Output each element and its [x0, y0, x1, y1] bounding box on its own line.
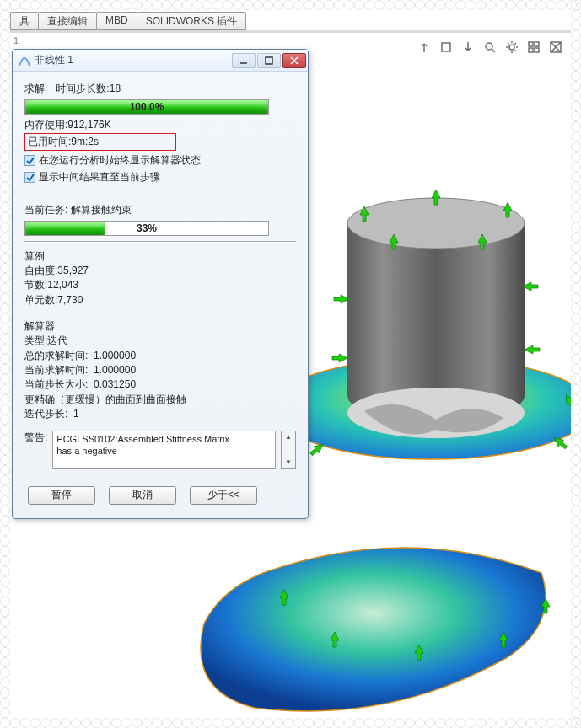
memory-label: 内存使用:	[24, 119, 67, 131]
elapsed-time-highlight: 已用时间:9m:2s	[24, 133, 176, 151]
svg-point-9	[347, 198, 525, 249]
total-time-value: 1.000000	[94, 350, 136, 361]
less-button[interactable]: 少于<<	[190, 486, 257, 505]
svg-rect-11	[266, 57, 272, 64]
solver-type-label: 类型:	[24, 335, 47, 346]
example-section-title: 算例	[24, 249, 296, 264]
memory-value: 912,176K	[67, 119, 110, 131]
warning-label: 警告:	[24, 431, 47, 445]
always-show-solver-checkbox[interactable]: 在您运行分析时始终显示解算器状态	[24, 153, 296, 168]
warning-line-2: has a negative	[56, 445, 272, 457]
task-progress-text: 33%	[25, 222, 268, 235]
warning-textarea[interactable]: PCGLSS0102:Assembled Stiffness Matrix ha…	[52, 431, 276, 469]
minimize-button[interactable]	[232, 53, 256, 68]
pause-button[interactable]: 暂停	[28, 486, 95, 505]
solver-progress-dialog: 非线性 1 求解: 时间步长数:18 100.0% 内存使用:912,176K …	[12, 49, 309, 519]
checkbox-icon	[24, 172, 35, 183]
task-progress-bar: 33%	[24, 221, 269, 236]
ribbon-tab-2[interactable]: MBD	[96, 12, 137, 30]
current-task-value: 解算接触约束	[71, 204, 132, 216]
scroll-up-icon[interactable]: ▲	[282, 431, 295, 443]
iter-step-label: 迭代步长:	[24, 408, 67, 420]
elapsed-label: 已用时间:	[28, 136, 71, 147]
current-time-label: 当前求解时间:	[24, 364, 88, 376]
always-show-solver-label: 在您运行分析时始终显示解算器状态	[39, 153, 201, 168]
ribbon-tab-0[interactable]: 具	[10, 12, 39, 30]
solver-type-value: 迭代	[47, 335, 67, 346]
time-steps-value: 18	[110, 83, 121, 94]
nodes-label: 节数:	[24, 279, 47, 291]
current-task-label: 当前任务:	[24, 204, 67, 216]
dialog-titlebar[interactable]: 非线性 1	[13, 50, 308, 72]
step-size-label: 当前步长大小:	[24, 378, 88, 390]
time-steps-label: 时间步长数:	[56, 82, 109, 96]
dof-label: 自由度:	[24, 265, 57, 276]
accuracy-line: 更精确（更缓慢）的曲面到曲面接触	[24, 393, 296, 407]
ribbon-tab-3[interactable]: SOLIDWORKS 插件	[137, 12, 247, 30]
dialog-title: 非线性 1	[35, 53, 230, 67]
solver-section-title: 解算器	[24, 319, 296, 334]
ribbon-tab-1[interactable]: 直接编辑	[38, 12, 97, 30]
nodes-value: 12,043	[47, 279, 78, 291]
step-size-value: 0.031250	[94, 378, 136, 390]
overall-progress-bar: 100.0%	[24, 99, 269, 115]
close-button[interactable]	[282, 53, 306, 68]
overall-progress-text: 100.0%	[25, 100, 268, 114]
checkbox-icon	[24, 155, 35, 166]
elapsed-value: 9m:2s	[71, 136, 99, 147]
study-icon	[18, 54, 31, 67]
current-time-value: 1.000000	[94, 364, 136, 376]
ribbon-strip	[10, 30, 571, 33]
dof-value: 35,927	[57, 265, 89, 276]
total-time-label: 总的求解时间:	[24, 350, 88, 361]
elements-value: 7,730	[57, 294, 83, 306]
show-intermediate-label: 显示中间结果直至当前步骤	[39, 170, 160, 185]
warning-scrollbar[interactable]: ▲ ▼	[281, 431, 296, 469]
solve-label: 求解:	[24, 82, 47, 96]
elements-label: 单元数:	[24, 294, 57, 306]
warning-line-1: PCGLSS0102:Assembled Stiffness Matrix	[56, 433, 272, 445]
iter-step-value: 1	[73, 408, 79, 420]
ribbon-tabs: 具 直接编辑 MBD SOLIDWORKS 插件	[10, 12, 571, 30]
show-intermediate-checkbox[interactable]: 显示中间结果直至当前步骤	[24, 170, 296, 185]
scroll-down-icon[interactable]: ▼	[282, 457, 295, 468]
cancel-button[interactable]: 取消	[109, 486, 176, 505]
maximize-button[interactable]	[257, 53, 281, 68]
